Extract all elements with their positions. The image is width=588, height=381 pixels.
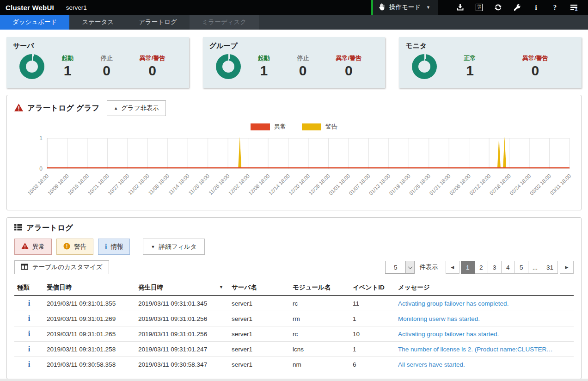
page-button-2[interactable]: 2: [474, 261, 488, 274]
next-page-button[interactable]: ▶: [560, 261, 574, 274]
legend-swatch: [302, 123, 321, 130]
warning-circle-icon: [63, 243, 70, 251]
info-type-icon: i: [28, 299, 30, 307]
detail-filter-button[interactable]: ▼ 詳細フィルタ: [143, 239, 204, 255]
cell-event-id: 11: [350, 295, 395, 311]
page-size-select[interactable]: 5: [385, 261, 415, 274]
page-button-1[interactable]: 1: [461, 261, 475, 274]
svg-text:01/31 18:00: 01/31 18:00: [428, 173, 451, 196]
stat-abnormal: 異常/警告0: [522, 54, 548, 79]
operation-mode-label: 操作モード: [389, 3, 421, 12]
unknown-glyph-box-icon[interactable]: F0 17: [470, 0, 489, 15]
cell-received: 2019/03/11 09:31:01.355: [44, 295, 135, 311]
stat-abnormal: 異常/警告0: [336, 54, 362, 79]
alert-message-link[interactable]: The number of license is 2. (Product nam…: [398, 346, 553, 353]
warning-spike: [503, 137, 506, 168]
refresh-icon[interactable]: [489, 0, 508, 15]
page-bottom-strip: [0, 379, 588, 381]
cell-event-id: 6: [350, 357, 395, 372]
svg-text:02/06 18:00: 02/06 18:00: [448, 173, 472, 196]
summary-card-server: サーバ起動1停止0異常/警告0: [6, 37, 189, 88]
filter-info-button[interactable]: i 情報: [98, 239, 130, 255]
column-header-4[interactable]: モジュール名: [290, 280, 350, 296]
cell-module: rc: [290, 326, 350, 342]
tab-alertlog[interactable]: アラートログ: [126, 15, 190, 30]
error-triangle-icon: [21, 243, 29, 251]
warning-spike: [497, 137, 501, 168]
info-type-icon: i: [28, 360, 30, 368]
svg-text:12/14 18:00: 12/14 18:00: [268, 173, 291, 196]
card-title: グループ: [209, 42, 379, 50]
svg-text:02/18 18:00: 02/18 18:00: [489, 173, 512, 196]
svg-text:12/02 18:00: 12/02 18:00: [227, 173, 251, 196]
tab-mirrordisk: ミラーディスク: [190, 15, 259, 30]
column-header-0[interactable]: 種類: [14, 280, 44, 296]
download-icon[interactable]: [451, 0, 470, 15]
page-ellipsis: ...: [528, 261, 542, 274]
svg-text:11/02 18:00: 11/02 18:00: [127, 173, 150, 196]
cell-message: Monitoring userw has started.: [395, 311, 574, 326]
alert-message-link[interactable]: Activating group failover has completed.: [398, 300, 508, 307]
chevron-down-icon: ▼: [426, 5, 430, 10]
cell-server: server1: [229, 326, 290, 342]
cell-type: i: [14, 295, 44, 311]
cell-server: server1: [229, 357, 290, 372]
page-button-3[interactable]: 3: [488, 261, 502, 274]
alert-row: i2019/03/11 09:30:58.3582019/03/11 09:30…: [14, 357, 574, 372]
svg-text:01/25 18:00: 01/25 18:00: [408, 173, 431, 196]
cell-event-id: 10: [350, 326, 395, 342]
legend-item: 異常: [251, 123, 286, 131]
status-donut-chart: [216, 54, 241, 79]
alert-row: i2019/03/11 09:31:01.2652019/03/11 09:31…: [14, 326, 574, 342]
svg-text:02/24 18:00: 02/24 18:00: [508, 173, 532, 196]
prev-page-button[interactable]: ◀: [446, 261, 459, 274]
card-title: サーバ: [13, 42, 183, 50]
svg-text:10/27 18:00: 10/27 18:00: [107, 173, 130, 196]
cell-module: lcns: [290, 342, 350, 357]
status-donut-chart: [412, 54, 437, 79]
cell-occurred: 2019/03/11 09:31:01.247: [135, 342, 229, 357]
svg-text:01/19 18:00: 01/19 18:00: [388, 173, 411, 196]
chevron-down-icon: ▼: [151, 245, 155, 249]
filter-warning-button[interactable]: 警告: [56, 239, 93, 255]
graph-panel-title: アラートログ グラフ: [27, 103, 99, 113]
column-header-2[interactable]: 発生日時▼: [135, 280, 229, 296]
column-header-6[interactable]: メッセージ: [395, 280, 574, 296]
svg-text:12/26 18:00: 12/26 18:00: [308, 173, 331, 196]
page-button-4[interactable]: 4: [501, 261, 515, 274]
cell-message: Activating group failover has completed.: [395, 295, 574, 311]
page-button-5[interactable]: 5: [514, 261, 528, 274]
info-icon[interactable]: i: [527, 0, 545, 15]
log-collection-icon[interactable]: [564, 0, 583, 15]
filter-error-button[interactable]: 異常: [14, 239, 52, 255]
tab-status[interactable]: ステータス: [69, 15, 126, 30]
hand-icon: [379, 3, 386, 12]
help-icon[interactable]: ?: [545, 0, 564, 15]
operation-mode-dropdown[interactable]: 操作モード ▼: [371, 0, 438, 15]
alert-message-link[interactable]: Activating group failover has started.: [398, 331, 499, 338]
svg-text:03/11 18:00: 03/11 18:00: [549, 173, 572, 196]
cell-event-id: 1: [350, 342, 395, 357]
tab-dashboard[interactable]: ダッシュボード: [0, 15, 69, 30]
svg-text:01/13 18:00: 01/13 18:00: [368, 173, 391, 196]
column-header-5[interactable]: イベントID: [350, 280, 395, 296]
table-customize-button[interactable]: テーブルのカスタマイズ: [14, 260, 109, 274]
card-title: モニタ: [405, 42, 575, 50]
page-button-31[interactable]: 31: [542, 261, 558, 274]
stat-down: 停止0: [101, 54, 113, 79]
alert-toolbar-row: テーブルのカスタマイズ 5 件表示 ◀12345...31▶: [7, 255, 581, 279]
alert-message-link[interactable]: Monitoring userw has started.: [398, 315, 480, 322]
key-icon[interactable]: [508, 0, 527, 15]
hide-graph-button[interactable]: ▲ グラフ非表示: [107, 100, 166, 116]
app-title: Cluster WebUI: [6, 4, 54, 12]
svg-text:01/07 18:00: 01/07 18:00: [348, 173, 371, 196]
cell-server: server1: [229, 342, 290, 357]
summary-card-monitor: モニタ正常1異常/警告0: [399, 37, 582, 88]
pagination: ◀12345...31▶: [446, 261, 574, 274]
column-header-3[interactable]: サーバ名: [229, 280, 290, 296]
alert-message-link[interactable]: All servers have started.: [398, 361, 465, 368]
legend-item: 警告: [302, 123, 337, 131]
info-glyph-icon: i: [105, 243, 107, 251]
column-header-1[interactable]: 受信日時: [44, 280, 135, 296]
alert-panel-title: アラートログ: [26, 223, 73, 233]
